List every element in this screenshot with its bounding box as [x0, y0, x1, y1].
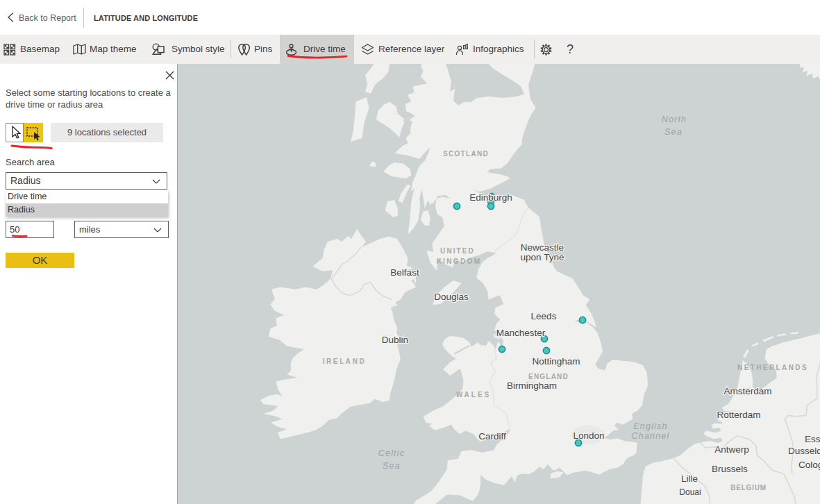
svg-text:Antwerp: Antwerp	[714, 444, 749, 455]
svg-text:Lille: Lille	[681, 473, 698, 484]
svg-text:Belfast: Belfast	[390, 267, 419, 278]
svg-text:Sea: Sea	[664, 127, 683, 137]
svg-text:upon Tyne: upon Tyne	[521, 252, 564, 262]
svg-text:Edinburgh: Edinburgh	[469, 192, 512, 203]
svg-text:North: North	[662, 115, 687, 124]
svg-text:Sea: Sea	[383, 461, 401, 471]
svg-text:London: London	[573, 430, 604, 441]
svg-text:Nottingham: Nottingham	[532, 356, 580, 367]
svg-text:BELGIUM: BELGIUM	[730, 484, 767, 492]
svg-text:UNITED: UNITED	[440, 247, 475, 255]
svg-text:Douai: Douai	[679, 487, 701, 497]
svg-text:Dusseldo: Dusseldo	[788, 446, 820, 456]
svg-text:Leeds: Leeds	[531, 311, 557, 321]
svg-text:Celtic: Celtic	[378, 448, 405, 458]
svg-text:Cardiff: Cardiff	[478, 431, 506, 442]
svg-text:Essen: Essen	[805, 434, 820, 444]
svg-text:Rotterdam: Rotterdam	[717, 410, 760, 420]
svg-text:Colog: Colog	[798, 460, 820, 470]
svg-text:SCOTLAND: SCOTLAND	[443, 150, 489, 158]
svg-text:IRELAND: IRELAND	[323, 358, 367, 365]
svg-text:Dublin: Dublin	[382, 335, 408, 345]
svg-text:English: English	[633, 421, 667, 431]
svg-text:Channel: Channel	[632, 431, 670, 441]
svg-text:ENGLAND: ENGLAND	[528, 373, 569, 380]
svg-text:Birmingham: Birmingham	[507, 380, 557, 391]
svg-text:Manchester: Manchester	[496, 328, 546, 338]
svg-text:Brussels: Brussels	[712, 464, 748, 474]
svg-text:Douglas: Douglas	[434, 292, 469, 302]
svg-text:KINGDOM: KINGDOM	[436, 258, 481, 265]
svg-text:Amsterdam: Amsterdam	[723, 386, 771, 396]
svg-text:NETHERLANDS: NETHERLANDS	[737, 364, 808, 371]
svg-text:Newcastle: Newcastle	[521, 242, 564, 253]
svg-text:WALES: WALES	[456, 391, 492, 398]
